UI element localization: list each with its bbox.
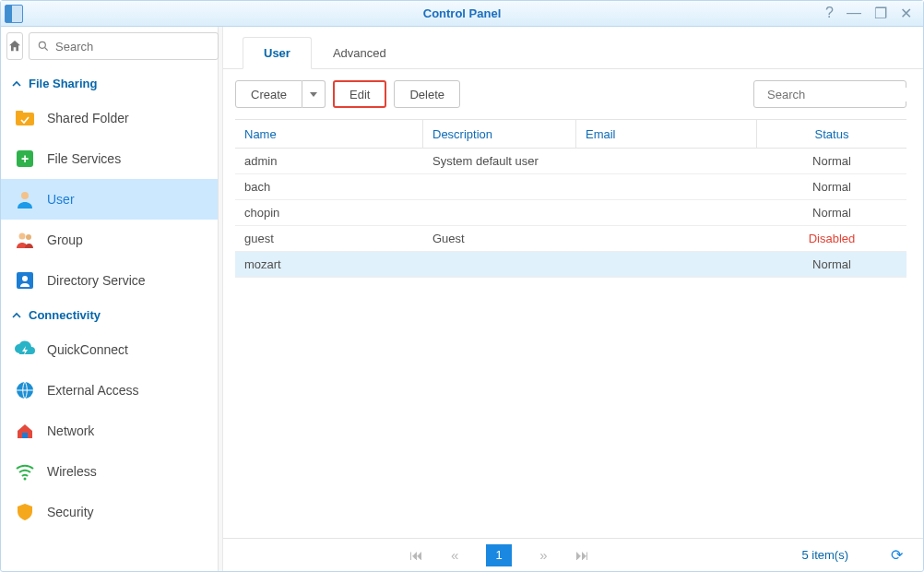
sidebar-item-security[interactable]: Security xyxy=(1,492,218,532)
maximize-icon[interactable]: ❐ xyxy=(874,5,887,22)
sidebar-item-shared-folder[interactable]: Shared Folder xyxy=(1,98,218,138)
home-button[interactable] xyxy=(6,32,23,60)
create-dropdown-button[interactable] xyxy=(302,80,326,108)
table-row[interactable]: adminSystem default userNormal xyxy=(235,149,906,174)
column-header-status[interactable]: Status xyxy=(757,120,906,148)
items-count: 5 item(s) xyxy=(801,548,848,562)
column-header-description[interactable]: Description xyxy=(423,120,576,148)
resize-handle[interactable] xyxy=(219,27,223,571)
column-header-name[interactable]: Name xyxy=(235,120,423,148)
sidebar-item-label: Wireless xyxy=(47,464,97,479)
app-icon xyxy=(5,5,23,23)
shared-folder-icon xyxy=(14,107,36,129)
cell-name: chopin xyxy=(235,206,423,220)
sidebar-item-label: File Services xyxy=(47,151,121,166)
pager-prev-icon[interactable]: « xyxy=(451,547,458,563)
group-label: File Sharing xyxy=(29,77,97,90)
sidebar-item-label: Shared Folder xyxy=(47,111,129,125)
tab-user[interactable]: User xyxy=(243,37,312,69)
svg-point-13 xyxy=(24,478,27,481)
table-header: Name Description Email Status xyxy=(235,119,906,149)
table-row[interactable]: guestGuestDisabled xyxy=(235,226,906,252)
main-panel: User Advanced Create Edit Delete xyxy=(219,27,923,571)
svg-point-7 xyxy=(19,233,26,240)
search-icon xyxy=(37,40,50,53)
cell-description: Guest xyxy=(423,232,576,245)
file-services-icon: + xyxy=(14,148,36,170)
pager-next-icon[interactable]: » xyxy=(539,547,547,563)
title-bar: Control Panel ? — ❐ ✕ xyxy=(1,1,923,27)
pager-current-page[interactable]: 1 xyxy=(486,544,512,566)
user-table: Name Description Email Status adminSyste… xyxy=(219,119,923,538)
pagination-bar: ⏮ « 1 » ⏭ 5 item(s) ⟳ xyxy=(219,538,923,571)
group-header-file-sharing[interactable]: File Sharing xyxy=(1,69,218,98)
sidebar-item-group[interactable]: Group xyxy=(1,220,218,260)
close-icon[interactable]: ✕ xyxy=(900,5,912,22)
sidebar-search[interactable] xyxy=(29,32,219,60)
security-icon xyxy=(14,501,36,523)
table-row[interactable]: mozartNormal xyxy=(235,252,906,278)
cell-name: admin xyxy=(235,154,423,168)
pager-last-icon[interactable]: ⏭ xyxy=(575,547,589,563)
sidebar-item-user[interactable]: User xyxy=(1,179,218,220)
cell-status: Normal xyxy=(757,154,906,168)
cell-status: Normal xyxy=(757,257,906,271)
cell-status: Disabled xyxy=(757,232,906,245)
sidebar: File Sharing Shared Folder + File Servic… xyxy=(1,27,219,571)
svg-rect-3 xyxy=(16,111,23,114)
chevron-up-icon xyxy=(12,311,21,320)
table-body: adminSystem default userNormalbachNormal… xyxy=(235,149,906,278)
table-row[interactable]: chopinNormal xyxy=(235,200,906,226)
tab-strip: User Advanced xyxy=(219,27,923,69)
sidebar-item-quickconnect[interactable]: QuickConnect xyxy=(1,329,218,370)
create-button-group: Create xyxy=(235,80,326,108)
sidebar-item-label: Security xyxy=(47,505,94,519)
window-title: Control Panel xyxy=(423,6,502,20)
user-icon xyxy=(14,188,36,210)
sidebar-item-wireless[interactable]: Wireless xyxy=(1,451,218,492)
sidebar-nav[interactable]: File Sharing Shared Folder + File Servic… xyxy=(1,66,218,571)
group-icon xyxy=(14,229,36,251)
tab-advanced[interactable]: Advanced xyxy=(312,37,408,69)
sidebar-item-file-services[interactable]: + File Services xyxy=(1,138,218,179)
group-label: Connectivity xyxy=(29,308,101,322)
svg-rect-12 xyxy=(22,433,28,438)
sidebar-item-label: Group xyxy=(47,232,83,247)
cell-name: mozart xyxy=(235,257,423,271)
sidebar-item-network[interactable]: Network xyxy=(1,411,218,451)
help-icon[interactable]: ? xyxy=(825,5,834,22)
group-header-connectivity[interactable]: Connectivity xyxy=(1,301,218,329)
sidebar-search-input[interactable] xyxy=(55,40,210,54)
column-header-email[interactable]: Email xyxy=(576,120,757,148)
cell-name: guest xyxy=(235,232,423,245)
sidebar-item-label: Network xyxy=(47,423,94,438)
cell-description: System default user xyxy=(423,154,576,168)
sidebar-item-label: User xyxy=(47,192,75,207)
filter-search-input[interactable] xyxy=(767,88,922,101)
filter-search[interactable] xyxy=(753,80,906,108)
table-row[interactable]: bachNormal xyxy=(235,174,906,200)
pager-first-icon[interactable]: ⏮ xyxy=(409,547,423,563)
globe-icon xyxy=(14,379,36,401)
network-icon xyxy=(14,420,36,442)
refresh-icon[interactable]: ⟳ xyxy=(891,546,903,564)
svg-text:+: + xyxy=(21,151,29,166)
sidebar-item-external-access[interactable]: External Access xyxy=(1,370,218,411)
cell-name: bach xyxy=(235,180,423,194)
svg-point-8 xyxy=(26,234,31,240)
edit-button[interactable]: Edit xyxy=(333,80,386,108)
cell-status: Normal xyxy=(757,206,906,220)
create-button[interactable]: Create xyxy=(235,80,302,108)
sidebar-item-label: External Access xyxy=(47,383,139,398)
svg-point-10 xyxy=(22,276,28,281)
sidebar-item-directory-service[interactable]: Directory Service xyxy=(1,260,218,301)
quickconnect-icon xyxy=(14,339,36,361)
control-panel-window: Control Panel ? — ❐ ✕ xyxy=(0,0,924,572)
home-icon xyxy=(7,39,22,54)
sidebar-item-label: QuickConnect xyxy=(47,342,128,357)
wireless-icon xyxy=(14,460,36,483)
svg-point-6 xyxy=(21,192,29,199)
minimize-icon[interactable]: — xyxy=(847,5,861,22)
cell-status: Normal xyxy=(757,180,906,194)
delete-button[interactable]: Delete xyxy=(394,80,460,108)
